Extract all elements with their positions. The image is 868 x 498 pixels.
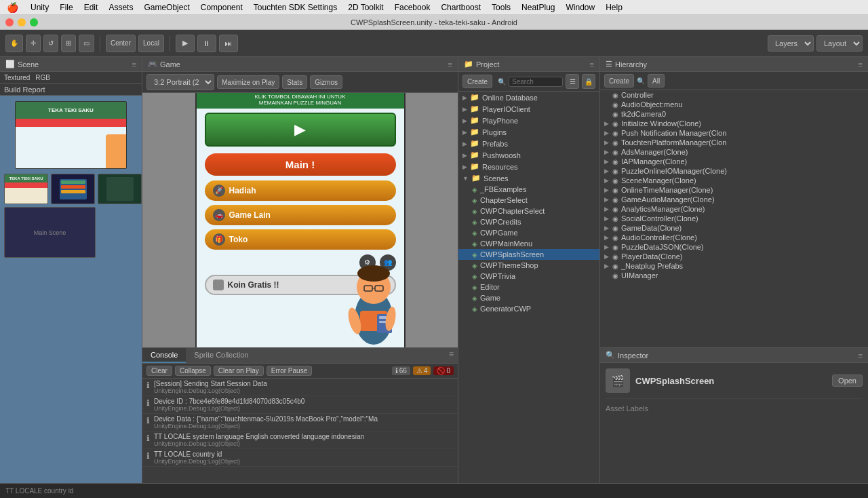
- hierarchy-create-btn[interactable]: Create: [604, 74, 634, 88]
- error-pause-btn[interactable]: Error Pause: [267, 366, 312, 376]
- game-lain-button[interactable]: 🚗 Game Lain: [205, 205, 396, 225]
- console-options-btn[interactable]: ≡: [445, 348, 458, 363]
- aspect-ratio-dropdown[interactable]: 3:2 Portrait (2:3): [146, 74, 214, 90]
- menu-window[interactable]: Window: [560, 0, 600, 15]
- hier-item-controller[interactable]: ◉ Controller: [600, 90, 868, 100]
- project-folder-playphone[interactable]: ▶ 📁 PlayPhone: [458, 115, 599, 126]
- friends-icon-btn[interactable]: 👥: [380, 254, 396, 271]
- move-tool-btn[interactable]: ✛: [26, 35, 41, 52]
- scene-file-chapterselect[interactable]: ◈ ChapterSelect: [458, 195, 599, 206]
- hier-item-gamedata[interactable]: ▶ ◉ GameData(Clone): [600, 223, 868, 233]
- collapse-btn[interactable]: Collapse: [175, 366, 211, 376]
- hier-item-audioobject[interactable]: ◉ AudioObject:menu: [600, 100, 868, 109]
- scene-file-editor[interactable]: ◈ Editor: [458, 282, 599, 292]
- layout-dropdown[interactable]: Layout: [816, 35, 863, 52]
- menu-2dtoolkit[interactable]: 2D Toolkit: [342, 0, 389, 15]
- hier-item-touchten[interactable]: ▶ ◉ TouchtenPlatformManager(Clon: [600, 138, 868, 147]
- project-folder-plugins[interactable]: ▶ 📁 Plugins: [458, 126, 599, 138]
- scene-tab-label[interactable]: Scene: [18, 60, 39, 69]
- menu-gameobject[interactable]: GameObject: [138, 0, 195, 15]
- hier-item-pushnotif[interactable]: ▶ ◉ Push Notification Manager(Clon: [600, 128, 868, 138]
- hier-item-iapmanager[interactable]: ▶ ◉ IAPManager(Clone): [600, 157, 868, 166]
- clear-btn[interactable]: Clear: [146, 366, 172, 376]
- apple-menu[interactable]: 🍎: [7, 2, 18, 13]
- console-item-3[interactable]: ℹ TT LOCALE system language English conv…: [142, 432, 458, 449]
- hand-tool-btn[interactable]: ✋: [5, 35, 23, 52]
- hierarchy-panel-options-btn[interactable]: ≡: [859, 60, 863, 69]
- gizmos-btn[interactable]: Gizmos: [310, 75, 342, 89]
- hadiah-button[interactable]: 🚀 Hadiah: [205, 180, 396, 201]
- project-panel-options-btn[interactable]: ≡: [590, 60, 594, 69]
- hier-item-adsmanager[interactable]: ▶ ◉ AdsManager(Clone): [600, 147, 868, 157]
- menu-file[interactable]: File: [54, 0, 78, 15]
- scene-file-cwptrivia[interactable]: ◈ CWPTrivia: [458, 271, 599, 282]
- menu-assets[interactable]: Assets: [103, 0, 138, 15]
- console-item-1[interactable]: ℹ Device ID : 7bce4e6fe89e4d1fd84070d83c…: [142, 396, 458, 414]
- step-button[interactable]: ⏭: [219, 35, 238, 52]
- build-report-tab[interactable]: Build Report: [0, 84, 142, 96]
- menu-touchten[interactable]: Touchten SDK Settings: [248, 0, 342, 15]
- menu-facebook[interactable]: Facebook: [389, 0, 436, 15]
- main-button[interactable]: Main !: [205, 153, 396, 176]
- hier-item-audiocontroller[interactable]: ▶ ◉ AudioController(Clone): [600, 233, 868, 242]
- menu-component[interactable]: Component: [195, 0, 248, 15]
- hier-item-initwindow[interactable]: ▶ ◉ Initialize Window(Clone): [600, 119, 868, 128]
- close-window-btn[interactable]: [5, 18, 14, 26]
- toko-button[interactable]: 🎁 Toko: [205, 229, 396, 250]
- local-toggle-btn[interactable]: Local: [138, 35, 164, 52]
- hier-item-uimanager[interactable]: ◉ UIManager: [600, 271, 868, 280]
- inspector-tab-label[interactable]: Inspector: [618, 351, 648, 360]
- hier-item-playerdata[interactable]: ▶ ◉ PlayerData(Clone): [600, 252, 868, 261]
- hier-item-scenemanager[interactable]: ▶ ◉ SceneManager(Clone): [600, 176, 868, 185]
- game-tab-label[interactable]: Game: [160, 60, 180, 69]
- project-folder-online-database[interactable]: ▶ 📁 Online Database: [458, 92, 599, 103]
- game-panel-options-btn[interactable]: ≡: [448, 60, 452, 69]
- hier-item-gameaudiomanager[interactable]: ▶ ◉ GameAudioManager(Clone): [600, 195, 868, 204]
- scene-file-game[interactable]: ◈ Game: [458, 292, 599, 303]
- project-folder-pushwoosh[interactable]: ▶ 📁 Pushwoosh: [458, 149, 599, 161]
- sprite-collection-tab[interactable]: Sprite Collection: [186, 348, 256, 363]
- menu-help[interactable]: Help: [600, 0, 628, 15]
- rect-tool-btn[interactable]: ▭: [79, 35, 94, 52]
- scene-file-cwpthemeshop[interactable]: ◈ CWPThemeShop: [458, 260, 599, 271]
- rotate-tool-btn[interactable]: ↺: [43, 35, 58, 52]
- scene-file-cwpsplashscreen[interactable]: ◈ CWPSplashScreen: [458, 249, 599, 260]
- scene-file-generatorcwp[interactable]: ◈ GeneratorCWP: [458, 303, 599, 314]
- minimize-window-btn[interactable]: [18, 18, 26, 26]
- stats-btn[interactable]: Stats: [282, 75, 307, 89]
- hierarchy-all-btn[interactable]: All: [648, 74, 665, 88]
- menu-unity[interactable]: Unity: [25, 0, 54, 15]
- project-create-btn[interactable]: Create: [462, 75, 492, 88]
- project-folder-prefabs[interactable]: ▶ 📁 Prefabs: [458, 138, 599, 149]
- hier-item-analyticsmanager[interactable]: ▶ ◉ AnalyticsManager(Clone): [600, 204, 868, 214]
- scene-file-cwpcredits[interactable]: ◈ CWPCredits: [458, 216, 599, 227]
- hier-item-puzzleonlineio[interactable]: ▶ ◉ PuzzleOnlineIOManager(Clone): [600, 166, 868, 176]
- center-toggle-btn[interactable]: Center: [106, 35, 136, 52]
- project-folder-resources[interactable]: ▶ 📁 Resources: [458, 161, 599, 172]
- hierarchy-tab-label[interactable]: Hierarchy: [615, 60, 647, 69]
- play-button[interactable]: ▶: [176, 35, 195, 52]
- scene-file-cwpmainmenu[interactable]: ◈ CWPMainMenu: [458, 238, 599, 249]
- hier-item-onlinetimemanager[interactable]: ▶ ◉ OnlineTimeManager(Clone): [600, 185, 868, 195]
- hier-item-puzzledatajson[interactable]: ▶ ◉ PuzzleDataJSON(Clone): [600, 242, 868, 252]
- hier-item-neatplugprefabs[interactable]: ▶ ◉ _Neatplug Prefabs: [600, 261, 868, 271]
- menu-tools[interactable]: Tools: [486, 0, 516, 15]
- project-view-toggle-btn[interactable]: ☰: [566, 74, 579, 89]
- play-big-button[interactable]: ▶: [205, 113, 396, 147]
- console-item-4[interactable]: ℹ TT LOCALE country id UnityEngine.Debug…: [142, 449, 458, 467]
- settings-icon-btn[interactable]: ⚙: [359, 254, 376, 271]
- console-item-0[interactable]: ℹ [Session] Sending Start Session Data U…: [142, 379, 458, 396]
- project-search-input[interactable]: [509, 77, 563, 87]
- project-folder-playerioclient[interactable]: ▶ 📁 PlayerIOClient: [458, 103, 599, 115]
- clear-on-play-btn[interactable]: Clear on Play: [214, 366, 264, 376]
- inspector-panel-options-btn[interactable]: ≡: [859, 351, 863, 360]
- project-folder-scenes[interactable]: ▼ 📁 Scenes: [458, 172, 599, 184]
- menu-neatplug[interactable]: NeatPlug: [516, 0, 560, 15]
- inspector-open-btn[interactable]: Open: [832, 375, 863, 387]
- maximize-window-btn[interactable]: [30, 18, 38, 26]
- console-item-2[interactable]: ℹ Device Data : {"name":"touchtenmac-5\u…: [142, 414, 458, 432]
- hier-item-tk2dcamera[interactable]: ◉ tk2dCamera0: [600, 109, 868, 119]
- scene-panel-options-btn[interactable]: ≡: [132, 60, 136, 69]
- maximize-on-play-btn[interactable]: Maximize on Play: [217, 75, 279, 89]
- console-tab[interactable]: Console: [142, 348, 186, 363]
